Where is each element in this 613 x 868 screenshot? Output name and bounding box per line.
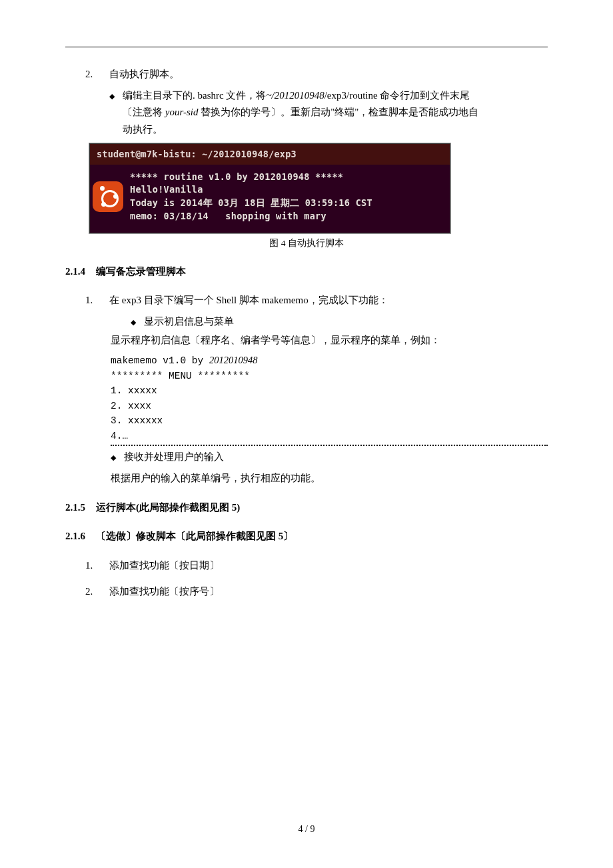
menu-sample: makememo v1.0 by 2012010948 ********* ME… [111,353,548,443]
menu-line: 2. xxxx [111,399,548,413]
ordered-list: 1. 添加查找功能〔按日期〕 2. 添加查找功能〔按序号〕 [85,557,548,601]
text-run: makememo v1.0 by [111,355,209,366]
list-number: 1. [85,292,100,309]
bullet-line: 〔注意将 your-sid 替换为你的学号〕。重新启动"终端"，检查脚本是否能成… [123,104,478,121]
list-text: 添加查找功能〔按日期〕 [109,557,219,575]
list-number: 2. [85,66,100,83]
section-number: 2.1.5 [65,499,85,517]
list-number: 1. [85,557,100,575]
text-run: 编辑主目录下的. bashrc 文件，将 [123,90,266,101]
menu-line: makememo v1.0 by 2012010948 [111,353,548,368]
list-item: 2. 自动执行脚本。 [85,66,548,83]
menu-line: 3. xxxxxx [111,413,548,428]
list-item: 2. 添加查找功能〔按序号〕 [85,583,548,601]
menu-line: 4.… [111,429,548,443]
list-text: 在 exp3 目录下编写一个 Shell 脚本 makememo，完成以下功能： [109,292,388,309]
section-heading: 2.1.5 运行脚本(此局部操作截图见图 5) [65,499,548,517]
text-run: 替换为你的学号〕。重新启动"终端"，检查脚本是否能成功地自 [198,107,478,117]
sub-bullet: ◆ 显示初启信息与菜单 [131,313,548,331]
ordered-list: 2. 自动执行脚本。 ◆ 编辑主目录下的. bashrc 文件，将~/20120… [85,66,548,138]
list-item: 1. 在 exp3 目录下编写一个 Shell 脚本 makememo，完成以下… [85,292,548,309]
terminal-title: student@m7k-bistu: ~/2012010948/exp3 [90,144,450,165]
cmd-prefix: ~/ [266,90,274,101]
section-number: 2.1.4 [65,263,85,281]
paragraph: 根据用户的输入的菜单编号，执行相应的功能。 [111,470,548,487]
bullet-text: 接收并处理用户的输入 [124,449,224,466]
bullet-line: 动执行。 [123,121,478,139]
term-line: ***** routine v1.0 by 2012010948 ***** [130,171,343,182]
sub-bullet: ◆ 接收并处理用户的输入 [111,449,548,466]
list-item: 1. 添加查找功能〔按日期〕 [85,557,548,575]
bullet-content: 编辑主目录下的. bashrc 文件，将~/2012010948/exp3/ro… [123,87,478,139]
list-number: 2. [85,583,100,601]
terminal-output: ***** routine v1.0 by 2012010948 ***** H… [130,171,372,223]
section-title: 〔选做〕修改脚本〔此局部操作截图见图 5〕 [96,528,293,545]
cmd-suffix: /exp3/routine 命令行加到文件末尾 [324,90,470,101]
header-rule [65,47,548,47]
section-heading: 2.1.4 编写备忘录管理脚本 [65,263,548,281]
ordered-list: 1. 在 exp3 目录下编写一个 Shell 脚本 makememo，完成以下… [85,292,548,331]
section-title: 编写备忘录管理脚本 [96,263,186,281]
page: 2. 自动执行脚本。 ◆ 编辑主目录下的. bashrc 文件，将~/20120… [0,0,613,868]
sub-bullet: ◆ 编辑主目录下的. bashrc 文件，将~/2012010948/exp3/… [109,87,548,139]
section-number: 2.1.6 [65,528,85,545]
cmd-sid: 2012010948 [275,90,324,101]
menu-line: ********* MENU ********* [111,369,548,383]
italic-run: your-sid [165,107,199,117]
term-line: Hello!Vanilla [130,184,203,195]
italic-run: 2012010948 [209,355,258,365]
ubuntu-logo-icon [93,181,123,212]
diamond-icon: ◆ [111,449,116,466]
bullet-text: 显示初启信息与菜单 [144,313,234,331]
dotted-separator [111,445,548,446]
paragraph: 显示程序初启信息〔程序名、编者学号等信息〕，显示程序的菜单，例如： [111,332,548,349]
figure-caption: 图 4 自动执行脚本 [65,236,548,251]
terminal-body: ***** routine v1.0 by 2012010948 ***** H… [90,165,450,233]
list-text: 添加查找功能〔按序号〕 [109,583,219,601]
term-line: memo: 03/18/14 shopping with mary [130,211,326,221]
section-title: 运行脚本(此局部操作截图见图 5) [96,499,240,517]
list-text: 自动执行脚本。 [109,66,179,83]
menu-line: 1. xxxxx [111,383,548,398]
page-number: 4 / 9 [0,821,613,837]
section-heading: 2.1.6 〔选做〕修改脚本〔此局部操作截图见图 5〕 [65,528,548,545]
term-line: Today is 2014年 03月 18日 星期二 03:59:16 CST [130,197,372,208]
bullet-line: 编辑主目录下的. bashrc 文件，将~/2012010948/exp3/ro… [123,87,478,105]
diamond-icon: ◆ [109,87,115,139]
diamond-icon: ◆ [131,313,136,331]
text-run: 〔注意将 [123,107,165,117]
terminal-screenshot: student@m7k-bistu: ~/2012010948/exp3 ***… [89,143,450,233]
